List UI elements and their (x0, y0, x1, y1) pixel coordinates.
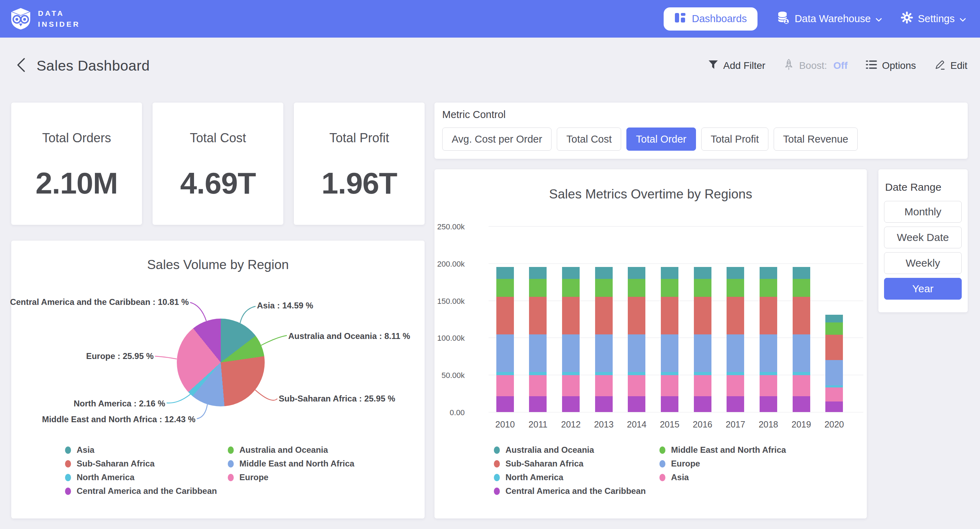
bar-segment-europe (628, 334, 645, 372)
legend-item-north-america[interactable]: North America (65, 473, 217, 481)
boost-toggle[interactable]: Boost: Off (784, 59, 848, 73)
bar-segment-asia (529, 375, 547, 396)
metric-option-total-profit[interactable]: Total Profit (701, 127, 768, 151)
y-axis-tick: 250.00k (423, 222, 465, 232)
nav-data-warehouse[interactable]: Data Warehouse (776, 11, 882, 27)
metric-option-total-revenue[interactable]: Total Revenue (774, 127, 858, 151)
add-filter-button[interactable]: Add Filter (708, 59, 765, 72)
x-axis-label: 2014 (620, 419, 654, 430)
legend-item-australia-and-oceania[interactable]: Australia and Oceania (494, 446, 646, 454)
rocket-icon (784, 59, 794, 73)
bar-segment-europe (595, 334, 612, 372)
bar-segment-north-america (595, 372, 612, 375)
bar-segment-central-america-and-the-caribbean (496, 396, 514, 412)
bar-segment-australia-and-oceania (760, 267, 777, 278)
legend-dot (65, 488, 71, 495)
options-button[interactable]: Options (866, 60, 916, 72)
legend-item-central-america-and-the-caribbean[interactable]: Central America and the Caribbean (494, 487, 646, 495)
bar-column-2018 (752, 226, 785, 412)
navbar: DATA INSIDER Dashboards (0, 0, 980, 38)
pie-callout-europe: Europe : 25.95 % (86, 351, 154, 361)
bar-segment-europe (793, 334, 810, 372)
bar-stack (562, 267, 580, 412)
pie-leader-line (155, 356, 177, 359)
kpi-value: 2.10M (35, 166, 118, 200)
bar-segment-north-america (727, 372, 744, 375)
gridline (488, 412, 863, 412)
edit-button[interactable]: Edit (934, 59, 967, 73)
kpi-card-total-orders: Total Orders 2.10M (11, 103, 142, 225)
legend-item-sub-saharan-africa[interactable]: Sub-Saharan Africa (494, 459, 646, 468)
y-axis-tick: 200.00k (423, 260, 465, 269)
nav-dashboards-button[interactable]: Dashboards (663, 7, 757, 30)
bar-stack (694, 267, 711, 412)
bar-segment-north-america (694, 372, 711, 375)
bar-stack (529, 267, 547, 412)
bar-segment-australia-and-oceania (595, 267, 612, 278)
bar-column-2011 (522, 226, 555, 412)
database-icon (776, 11, 790, 27)
bar-segment-sub-saharan-africa (727, 297, 744, 334)
legend-dot (65, 474, 71, 481)
legend-item-middle-east-and-north-africa[interactable]: Middle East and North Africa (659, 446, 786, 454)
date-option-week-date[interactable]: Week Date (884, 227, 962, 248)
bar-segment-australia-and-oceania (661, 267, 678, 278)
metric-option-avg-cost-per-order[interactable]: Avg. Cost per Order (442, 127, 552, 151)
bar-stack (760, 267, 777, 412)
bar-segment-europe (562, 334, 580, 372)
bar-segment-north-america (562, 372, 580, 375)
bar-segment-sub-saharan-africa (628, 297, 645, 334)
legend-label: North America (506, 472, 563, 482)
bar-column-2014 (620, 226, 654, 412)
bar-segment-sub-saharan-africa (793, 297, 810, 334)
back-button[interactable] (13, 58, 29, 73)
bar-segment-sub-saharan-africa (496, 297, 514, 334)
legend-item-asia[interactable]: Asia (65, 446, 217, 454)
legend-item-australia-and-oceania[interactable]: Australia and Oceania (228, 446, 354, 454)
pie-chart (177, 319, 265, 407)
bar-segment-middle-east-and-north-africa (595, 279, 612, 297)
legend-item-north-america[interactable]: North America (494, 473, 646, 481)
date-option-year[interactable]: Year (884, 278, 962, 300)
bar-segment-australia-and-oceania (694, 267, 711, 278)
legend-label: Europe (239, 472, 269, 482)
bar-segment-north-america (661, 372, 678, 375)
nav-settings[interactable]: Settings (901, 11, 966, 26)
bar-segment-europe (496, 334, 514, 372)
legend-item-central-america-and-the-caribbean[interactable]: Central America and the Caribbean (65, 487, 217, 495)
bar-column-2020 (818, 226, 851, 412)
legend-item-europe[interactable]: Europe (228, 473, 354, 481)
chevron-down-icon (959, 13, 966, 25)
bar-segment-middle-east-and-north-africa (496, 279, 514, 297)
legend-item-asia[interactable]: Asia (659, 473, 786, 481)
bar-segment-sub-saharan-africa (825, 335, 843, 360)
legend-label: Middle East and North Africa (239, 459, 354, 469)
bar-segment-central-america-and-the-caribbean (760, 396, 777, 412)
pie-callout-north-america: North America : 2.16 % (73, 399, 165, 408)
legend-dot (228, 446, 234, 454)
bar-column-2019 (785, 226, 818, 412)
legend-dot (228, 460, 234, 467)
x-axis-label: 2016 (686, 419, 719, 430)
bar-segment-north-america (496, 372, 514, 375)
date-option-monthly[interactable]: Monthly (884, 201, 962, 223)
bar-column-2012 (554, 226, 587, 412)
bar-segment-central-america-and-the-caribbean (529, 396, 547, 412)
pie-callout-central-america-and-the-caribbean: Central America and the Caribbean : 10.8… (10, 297, 189, 307)
bar-segment-middle-east-and-north-africa (760, 279, 777, 297)
metric-option-total-order[interactable]: Total Order (626, 127, 696, 151)
legend-item-sub-saharan-africa[interactable]: Sub-Saharan Africa (65, 459, 217, 468)
bar-stack (825, 315, 843, 412)
legend-item-europe[interactable]: Europe (659, 459, 786, 468)
legend-label: Sub-Saharan Africa (506, 459, 584, 469)
y-axis-tick: 50.00k (423, 371, 465, 380)
bar-segment-middle-east-and-north-africa (661, 279, 678, 297)
legend-dot (65, 446, 71, 454)
legend-item-middle-east-and-north-africa[interactable]: Middle East and North Africa (228, 459, 354, 468)
date-option-weekly[interactable]: Weekly (884, 252, 962, 274)
bar-column-2016 (686, 226, 719, 412)
metric-option-total-cost[interactable]: Total Cost (557, 127, 621, 151)
nav-data-warehouse-label: Data Warehouse (795, 13, 871, 25)
bar-segment-australia-and-oceania (825, 315, 843, 322)
bar-segment-australia-and-oceania (496, 267, 514, 278)
